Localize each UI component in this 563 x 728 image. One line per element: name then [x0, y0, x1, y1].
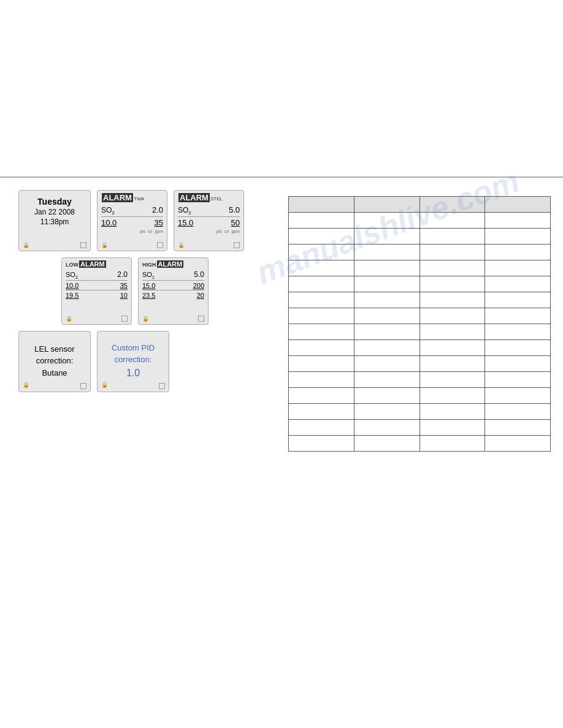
table-cell-13-1	[354, 420, 419, 436]
lock-icon-2: 🔒	[101, 242, 108, 248]
table-cell-0-2	[419, 213, 485, 229]
table-cell-6-2	[419, 308, 485, 324]
unit2: co	[148, 229, 152, 233]
table-cell-11-3	[485, 388, 551, 404]
alarm-stel-row2: 15.0 50	[178, 217, 240, 229]
alarm-twa-right: 35	[155, 218, 163, 227]
high-row2: 15.0 200	[142, 281, 204, 290]
corner-icon-4	[121, 316, 128, 322]
table-cell-4-0	[289, 276, 354, 292]
table-cell-10-2	[419, 372, 485, 388]
table-cell-5-1	[354, 292, 419, 308]
table-cell-5-0	[289, 292, 354, 308]
low-prefix: LOW	[66, 262, 79, 268]
table-row	[289, 388, 551, 404]
table-cell-4-2	[419, 276, 485, 292]
table-cell-7-0	[289, 324, 354, 340]
table-cell-5-2	[419, 292, 485, 308]
table-cell-9-2	[419, 356, 485, 372]
col-header-4	[485, 197, 551, 213]
table-cell-8-1	[354, 340, 419, 356]
table-header-row	[289, 197, 551, 213]
high-row2-right: 200	[193, 282, 204, 289]
corner-icon-7	[159, 383, 165, 389]
lock-icon-5: 🔒	[142, 316, 149, 322]
table-cell-8-0	[289, 340, 354, 356]
table-cell-13-3	[485, 420, 551, 436]
table-cell-2-2	[419, 245, 485, 260]
lel-line1: LEL sensor	[34, 343, 74, 355]
screens-row-2: LOW ALARM SO2 2.0 10.0 35 19.5 10	[61, 257, 276, 325]
table-cell-7-3	[485, 324, 551, 340]
alarm-twa-row2: 10.0 35	[101, 217, 163, 229]
table-cell-13-2	[419, 420, 485, 436]
alarm-stel-units: pls co ppm	[178, 229, 240, 233]
low-gas: SO2	[66, 271, 78, 279]
alarm-stel-val1: 5.0	[229, 205, 240, 214]
table-row	[289, 340, 551, 356]
table-cell-13-0	[289, 420, 354, 436]
table-cell-0-1	[354, 213, 419, 229]
lock-icon-7: 🔒	[101, 381, 108, 390]
alarm-twa-gas: SO2	[101, 206, 115, 216]
alarm-twa-screen: ALARM TWA SO2 2.0 10.0 35 pls co ppm 🔒	[97, 190, 167, 251]
alarm-stel-left: 15.0	[178, 218, 193, 227]
table-cell-7-1	[354, 324, 419, 340]
table-cell-8-3	[485, 340, 551, 356]
table-cell-11-1	[354, 388, 419, 404]
high-row3-left: 23.5	[142, 292, 155, 299]
high-alarm-word: ALARM	[157, 260, 184, 268]
pid-line2: correction:	[115, 354, 152, 366]
data-table	[288, 196, 551, 452]
table-cell-3-0	[289, 260, 354, 276]
date-label: Jan 22 2008	[24, 208, 85, 216]
high-row3-right: 20	[197, 292, 204, 299]
pid-screen: Custom PID correction: 1.0 🔒	[97, 331, 169, 392]
corner-icon-2	[157, 242, 163, 248]
table-cell-14-0	[289, 436, 354, 452]
table-cell-10-1	[354, 372, 419, 388]
table-row	[289, 324, 551, 340]
low-row3: 19.5 10	[66, 291, 128, 300]
table-cell-1-1	[354, 229, 419, 245]
low-row1: SO2 2.0	[66, 270, 128, 281]
pid-line1: Custom PID	[112, 342, 155, 354]
high-val1: 5.0	[194, 270, 204, 279]
high-alarm-rows: SO2 5.0 15.0 200 23.5 20	[142, 270, 204, 300]
table-cell-9-0	[289, 356, 354, 372]
datetime-screen: Tuesday Jan 22 2008 11:38pm 🔒	[18, 190, 91, 251]
alarm-stel-word: ALARM	[178, 193, 210, 202]
top-section	[0, 0, 563, 178]
table-cell-7-2	[419, 324, 485, 340]
lock-icon-4: 🔒	[66, 316, 72, 322]
high-alarm-screen: HIGH ALARM SO2 5.0 15.0 200 23.5 20	[138, 257, 209, 325]
alarm-stel-right: 50	[231, 218, 240, 227]
stel-unit1: pls	[216, 229, 222, 233]
low-alarm-header: LOW ALARM	[66, 260, 128, 268]
table-cell-14-1	[354, 436, 419, 452]
alarm-twa-word: ALARM	[102, 193, 133, 202]
table-cell-10-0	[289, 372, 354, 388]
alarm-stel-header: ALARM STEL	[178, 193, 240, 202]
table-cell-8-2	[419, 340, 485, 356]
alarm-twa-row1: SO2 2.0	[101, 205, 163, 217]
table-cell-6-3	[485, 308, 551, 324]
unit3: ppm	[155, 229, 163, 233]
screens-row-1: Tuesday Jan 22 2008 11:38pm 🔒 ALARM TWA …	[18, 190, 276, 251]
high-prefix: HIGH	[142, 262, 156, 268]
lock-icon-3: 🔒	[178, 242, 185, 248]
table-cell-3-1	[354, 260, 419, 276]
alarm-twa-header: ALARM TWA	[101, 193, 163, 202]
corner-icon	[80, 242, 86, 248]
table-cell-6-1	[354, 308, 419, 324]
table-row	[289, 372, 551, 388]
alarm-stel-gas: SO2	[178, 206, 191, 216]
table-cell-3-3	[485, 260, 551, 276]
day-label: Tuesday	[24, 197, 85, 207]
lel-line3: Butane	[42, 367, 67, 379]
high-row2-left: 15.0	[142, 282, 155, 289]
table-cell-1-3	[485, 229, 551, 245]
lel-line2: correction:	[36, 355, 74, 367]
stel-unit2: co	[224, 229, 229, 233]
screens-section: Tuesday Jan 22 2008 11:38pm 🔒 ALARM TWA …	[18, 190, 276, 452]
